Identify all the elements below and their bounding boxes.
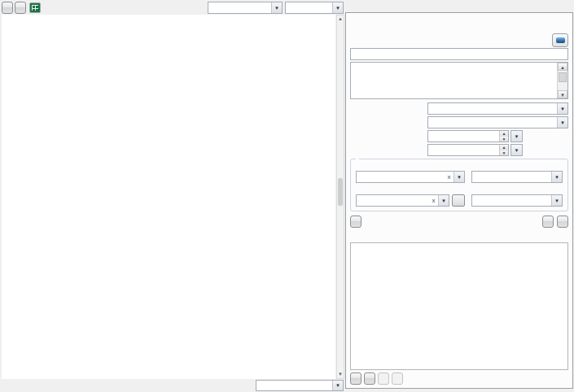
document-number (350, 15, 568, 24)
scroll-up-icon[interactable]: ▲ (558, 63, 567, 71)
task-toolbar: ▼ ▼ (2, 2, 344, 14)
scan-button[interactable] (364, 372, 375, 385)
calendar-drop-icon[interactable]: ▼ (510, 144, 523, 156)
chevron-down-icon: ▼ (557, 103, 567, 114)
sort-by-select[interactable]: ▼ (208, 2, 283, 14)
stage-label (471, 184, 563, 194)
description-text (351, 63, 557, 98)
executor-label (356, 184, 465, 194)
task-map-button[interactable] (15, 2, 26, 14)
stage-select[interactable]: ▼ (471, 194, 563, 207)
attachment-tabs (350, 231, 568, 242)
report-icon[interactable] (552, 33, 568, 47)
deadline-spinner[interactable]: ▲▼ (427, 144, 509, 156)
organization-select[interactable]: х ▼ (356, 171, 465, 183)
invoice-button[interactable] (542, 216, 554, 228)
chevron-down-icon: ▼ (551, 195, 562, 206)
etap-label (471, 160, 563, 170)
change-selected-select[interactable]: ▼ (256, 380, 344, 391)
save-button[interactable] (557, 216, 568, 228)
work-type-select[interactable]: ▼ (427, 116, 568, 128)
photo-panel (350, 242, 568, 370)
chevron-down-icon: ▼ (332, 2, 343, 13)
excel-export-icon[interactable] (29, 2, 41, 13)
description-area[interactable]: ▲ ▼ (350, 62, 568, 99)
deadline-warning-title (350, 33, 552, 36)
scroll-down-icon[interactable]: ▼ (337, 371, 344, 378)
task-title-input[interactable] (350, 48, 568, 60)
calendar-drop-icon[interactable]: ▼ (510, 130, 523, 142)
description-scrollbar[interactable]: ▲ ▼ (557, 63, 567, 98)
organization-label (356, 160, 465, 170)
management-group: х ▼ ▼ х ▼ ▼ (350, 159, 568, 211)
delete-task-button[interactable] (350, 216, 361, 228)
clear-x-icon[interactable]: х (429, 197, 438, 204)
dispatch-center-text (350, 24, 568, 33)
chevron-down-icon: ▼ (557, 117, 567, 128)
create-task-button[interactable] (2, 2, 13, 14)
scroll-down-icon[interactable]: ▼ (558, 90, 567, 98)
chevron-down-icon: ▼ (454, 172, 464, 182)
photo-grid (354, 255, 564, 259)
scroll-up-icon[interactable]: ▲ (337, 15, 344, 23)
chevron-down-icon: ▼ (551, 172, 562, 182)
clear-x-icon[interactable]: х (445, 173, 454, 181)
chevron-down-icon: ▼ (271, 2, 282, 13)
add-photo-button[interactable] (350, 372, 361, 385)
executor-more-button[interactable] (452, 194, 465, 207)
chevron-down-icon: ▼ (438, 195, 449, 206)
status-bar: ▼ (2, 379, 344, 391)
priority-select[interactable]: ▼ (427, 102, 568, 115)
save-photo-button[interactable] (378, 372, 389, 385)
photo-actions (350, 372, 568, 385)
scrollbar-thumb[interactable] (559, 72, 567, 82)
task-list-scrollbar[interactable]: ▲ ▼ (336, 15, 344, 379)
delete-photo-button[interactable] (392, 372, 403, 385)
created-date-spinner[interactable]: ▲▼ (427, 130, 509, 142)
details-tabs (345, 2, 573, 13)
executor-select[interactable]: х ▼ (356, 194, 449, 207)
etap-select[interactable]: ▼ (471, 171, 563, 183)
scrollbar-thumb[interactable] (338, 178, 343, 206)
details-panel: ▲ ▼ ▼ ▼ ▲▼ ▼ ▲▼ (345, 12, 573, 389)
chevron-down-icon: ▼ (332, 381, 343, 390)
spinner-arrows-icon[interactable]: ▲▼ (499, 131, 508, 142)
sort-area: ▼ ▼ (205, 2, 344, 14)
spinner-arrows-icon[interactable]: ▲▼ (499, 145, 508, 155)
photo-group-label (354, 246, 564, 255)
task-list (2, 15, 335, 379)
sort-direction-select[interactable]: ▼ (285, 2, 344, 14)
